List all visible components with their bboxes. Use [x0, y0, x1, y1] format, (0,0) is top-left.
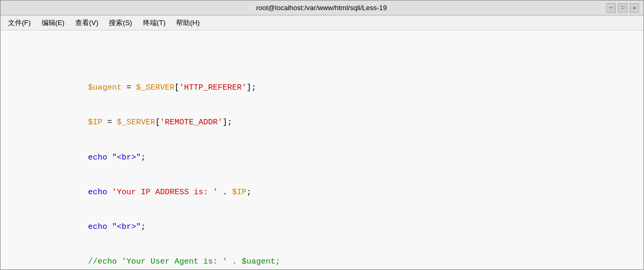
code-line-echo-br1: echo "<br>";: [1, 140, 643, 175]
menu-terminal[interactable]: 终端(T): [138, 16, 171, 30]
code-line-ip: $IP = $_SERVER['REMOTE_ADDR'];: [1, 106, 643, 140]
menu-file[interactable]: 文件(F): [3, 16, 36, 30]
menu-search[interactable]: 搜索(S): [104, 16, 137, 30]
menu-bar: 文件(F) 编辑(E) 查看(V) 搜索(S) 终端(T) 帮助(H): [1, 15, 643, 30]
code-line-echo-br2: echo "<br>";: [1, 210, 643, 244]
code-content: $uagent = $_SERVER['HTTP_REFERER']; $IP …: [1, 30, 643, 269]
minimize-button[interactable]: —: [606, 3, 616, 13]
maximize-button[interactable]: □: [618, 3, 627, 13]
menu-help[interactable]: 帮助(H): [171, 16, 205, 30]
menu-edit[interactable]: 编辑(E): [36, 16, 70, 30]
code-line-empty1: [1, 36, 643, 47]
menu-view[interactable]: 查看(V): [70, 16, 104, 30]
code-line-echo-ip: echo 'Your IP ADDRESS is: ' . $IP;: [1, 175, 643, 210]
close-button[interactable]: ✕: [630, 3, 639, 13]
window-controls: — □ ✕: [606, 3, 639, 13]
code-line-comment-echo: //echo 'Your User Agent is: ' . $uagent;: [1, 245, 643, 270]
title-bar: root@localhost:/var/www/html/sqli/Less-1…: [1, 1, 643, 15]
code-line-empty2: [1, 47, 643, 59]
window-title: root@localhost:/var/www/html/sqli/Less-1…: [37, 4, 606, 12]
terminal-window: root@localhost:/var/www/html/sqli/Less-1…: [0, 0, 644, 270]
code-line-empty3: [1, 59, 643, 71]
code-line-uagent: $uagent = $_SERVER['HTTP_REFERER'];: [1, 70, 643, 105]
